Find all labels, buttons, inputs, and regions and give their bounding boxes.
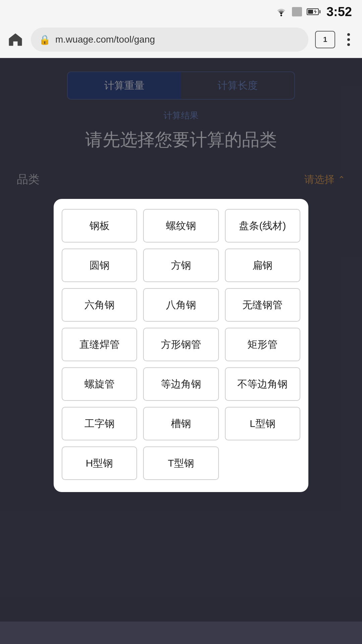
category-item-2[interactable]: 盘条(线材) xyxy=(225,209,300,243)
category-item-8[interactable]: 无缝钢管 xyxy=(225,288,300,322)
category-item-15[interactable]: 工字钢 xyxy=(62,407,137,440)
category-grid: 钢板螺纹钢盘条(线材)圆钢方钢扁钢六角钢八角钢无缝钢管直缝焊管方形钢管矩形管螺旋… xyxy=(62,209,300,480)
lock-icon: 🔒 xyxy=(39,34,51,45)
category-item-10[interactable]: 方形钢管 xyxy=(143,328,219,361)
category-item-6[interactable]: 六角钢 xyxy=(62,288,137,322)
category-item-7[interactable]: 八角钢 xyxy=(143,288,219,322)
category-item-12[interactable]: 螺旋管 xyxy=(62,367,137,401)
tab-count-button[interactable]: 1 xyxy=(315,31,335,48)
category-item-19[interactable]: T型钢 xyxy=(143,446,219,480)
status-bar: 3:52 xyxy=(0,0,362,23)
url-text: m.wuage.com/tool/gang xyxy=(55,34,155,45)
battery-icon xyxy=(307,8,320,15)
wifi-icon xyxy=(275,7,287,16)
browser-menu-button[interactable] xyxy=(342,32,355,47)
sim-icon xyxy=(292,7,302,16)
category-item-0[interactable]: 钢板 xyxy=(62,209,137,243)
address-bar[interactable]: 🔒 m.wuage.com/tool/gang xyxy=(31,28,308,52)
category-item-4[interactable]: 方钢 xyxy=(143,249,219,282)
home-button[interactable] xyxy=(7,31,24,48)
svg-point-0 xyxy=(280,15,282,16)
category-item-11[interactable]: 矩形管 xyxy=(225,328,300,361)
category-item-13[interactable]: 等边角钢 xyxy=(143,367,219,401)
category-item-1[interactable]: 螺纹钢 xyxy=(143,209,219,243)
category-item-17[interactable]: L型钢 xyxy=(225,407,300,440)
category-item-9[interactable]: 直缝焊管 xyxy=(62,328,137,361)
category-item-3[interactable]: 圆钢 xyxy=(62,249,137,282)
main-content: 计算重量 计算长度 计算结果 请先选择您要计算的品类 品类 请选择 ⌃ 钢板螺纹… xyxy=(0,58,362,622)
menu-dot-2 xyxy=(347,38,350,41)
status-icons xyxy=(275,7,320,16)
category-item-14[interactable]: 不等边角钢 xyxy=(225,367,300,401)
category-modal: 钢板螺纹钢盘条(线材)圆钢方钢扁钢六角钢八角钢无缝钢管直缝焊管方形钢管矩形管螺旋… xyxy=(54,199,308,492)
category-item-5[interactable]: 扁钢 xyxy=(225,249,300,282)
category-item-18[interactable]: H型钢 xyxy=(62,446,137,480)
browser-chrome: 🔒 m.wuage.com/tool/gang 1 xyxy=(0,23,362,58)
status-time: 3:52 xyxy=(326,5,352,19)
menu-dot-1 xyxy=(347,33,350,36)
menu-dot-3 xyxy=(347,43,350,46)
category-item-16[interactable]: 槽钢 xyxy=(143,407,219,440)
